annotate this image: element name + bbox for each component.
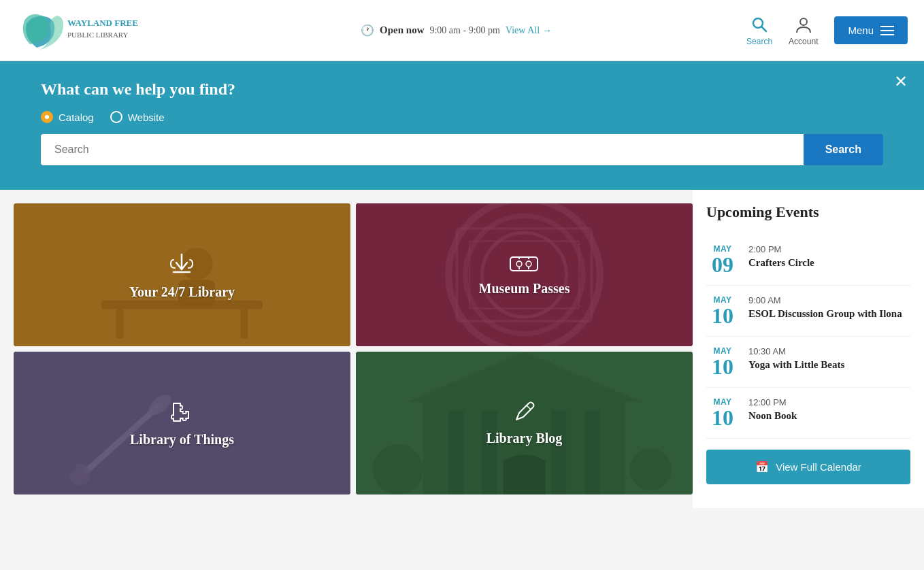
event-info-0: 2:00 PM Crafters Circle [748, 244, 910, 270]
calendar-icon: 📅 [755, 460, 769, 473]
download-icon [168, 250, 195, 278]
catalog-radio[interactable] [41, 111, 53, 123]
event-info-1: 9:00 AM ESOL Discussion Group with Ilona [748, 295, 910, 321]
svg-rect-17 [510, 257, 538, 271]
event-date-2: MAY 10 [706, 346, 739, 378]
event-item-0: MAY 09 2:00 PM Crafters Circle [706, 235, 910, 286]
event-date-3: MAY 10 [706, 397, 739, 429]
search-banner-title: What can we help you find? [41, 80, 883, 99]
event-name-1: ESOL Discussion Group with Ilona [748, 307, 910, 321]
catalog-option[interactable]: Catalog [41, 111, 94, 123]
tile-library-24-label: Your 24/7 Library [129, 284, 235, 300]
account-icon [794, 15, 813, 34]
event-list: MAY 09 2:00 PM Crafters Circle MAY 10 9:… [706, 235, 910, 439]
open-status: Open now [380, 24, 424, 36]
catalog-label: Catalog [59, 112, 94, 123]
tile-blog-content: Library Blog [486, 401, 563, 446]
sidebar: Upcoming Events MAY 09 2:00 PM Crafters … [693, 190, 924, 508]
event-info-2: 10:30 AM Yoga with Little Beats [748, 346, 910, 372]
puzzle-icon [169, 399, 195, 425]
svg-point-18 [516, 261, 522, 267]
menu-label: Menu [848, 24, 874, 36]
search-options: Catalog Website [41, 111, 883, 123]
event-date-1: MAY 10 [706, 295, 739, 326]
arrow-icon: → [542, 25, 552, 36]
ticket-icon [509, 254, 539, 274]
tile-things-content: Library of Things [130, 399, 234, 448]
website-label: Website [128, 112, 165, 123]
event-time-0: 2:00 PM [748, 244, 910, 254]
hours-text: 9:00 am - 9:00 pm [429, 25, 499, 36]
tile-library-24-content: Your 24/7 Library [129, 250, 235, 300]
tile-museum-content: Museum Passes [479, 254, 570, 297]
website-option[interactable]: Website [110, 111, 165, 123]
search-row: Search [41, 134, 883, 165]
view-all-link[interactable]: View All → [506, 25, 552, 36]
svg-line-3 [762, 27, 767, 31]
svg-text:WAYLAND FREE: WAYLAND FREE [67, 18, 138, 28]
tile-museum[interactable]: Museum Passes [356, 203, 693, 346]
event-item-2: MAY 10 10:30 AM Yoga with Little Beats [706, 337, 910, 388]
event-name-3: Noon Book [748, 409, 910, 423]
svg-point-4 [800, 18, 807, 25]
header-right: Search Account Menu [746, 15, 908, 46]
event-time-2: 10:30 AM [748, 346, 910, 356]
event-day-0: 09 [712, 254, 733, 275]
view-calendar-button[interactable]: 📅 View Full Calendar [706, 450, 910, 484]
event-info-3: 12:00 PM Noon Book [748, 397, 910, 423]
event-name-2: Yoga with Little Beats [748, 358, 910, 372]
event-item-1: MAY 10 9:00 AM ESOL Discussion Group wit… [706, 286, 910, 337]
close-button[interactable]: ✕ [894, 72, 908, 91]
search-nav-button[interactable]: Search [746, 15, 772, 46]
event-item-3: MAY 10 12:00 PM Noon Book [706, 388, 910, 439]
sidebar-title: Upcoming Events [706, 203, 910, 221]
tile-library-blog[interactable]: Library Blog [356, 352, 693, 494]
tile-museum-label: Museum Passes [479, 281, 570, 297]
tile-blog-label: Library Blog [486, 431, 563, 446]
search-button-label: Search [825, 144, 861, 155]
logo-svg: WAYLAND FREE PUBLIC LIBRARY [16, 7, 166, 54]
header: WAYLAND FREE PUBLIC LIBRARY 🕐 Open now 9… [0, 0, 924, 61]
svg-text:PUBLIC LIBRARY: PUBLIC LIBRARY [67, 31, 129, 39]
menu-icon [880, 26, 894, 35]
close-icon: ✕ [894, 72, 908, 90]
tiles-grid: Your 24/7 Library [14, 203, 693, 494]
header-center: 🕐 Open now 9:00 am - 9:00 pm View All → [361, 24, 552, 37]
search-button[interactable]: Search [804, 134, 883, 165]
logo-area: WAYLAND FREE PUBLIC LIBRARY [16, 7, 166, 54]
event-date-0: MAY 09 [706, 244, 739, 275]
view-calendar-label: View Full Calendar [776, 461, 861, 473]
svg-point-19 [526, 261, 531, 267]
main-content: Your 24/7 Library [0, 190, 924, 508]
search-nav-label: Search [746, 37, 772, 46]
menu-button[interactable]: Menu [834, 16, 908, 44]
account-button[interactable]: Account [789, 15, 818, 46]
search-banner: What can we help you find? Catalog Websi… [0, 61, 924, 190]
pencil-icon [512, 401, 535, 424]
website-radio[interactable] [110, 111, 122, 123]
search-nav-icon [750, 15, 769, 34]
tile-library-24[interactable]: Your 24/7 Library [14, 203, 350, 346]
event-day-1: 10 [712, 305, 733, 326]
tile-library-things[interactable]: Library of Things [14, 352, 350, 494]
event-day-2: 10 [712, 356, 733, 378]
clock-icon: 🕐 [361, 24, 374, 37]
tile-things-label: Library of Things [130, 432, 234, 448]
event-time-3: 12:00 PM [748, 397, 910, 407]
event-name-0: Crafters Circle [748, 256, 910, 270]
search-input[interactable] [41, 134, 804, 165]
event-day-3: 10 [712, 407, 733, 429]
event-time-1: 9:00 AM [748, 295, 910, 305]
view-all-label: View All [506, 25, 540, 36]
account-label: Account [789, 37, 818, 46]
